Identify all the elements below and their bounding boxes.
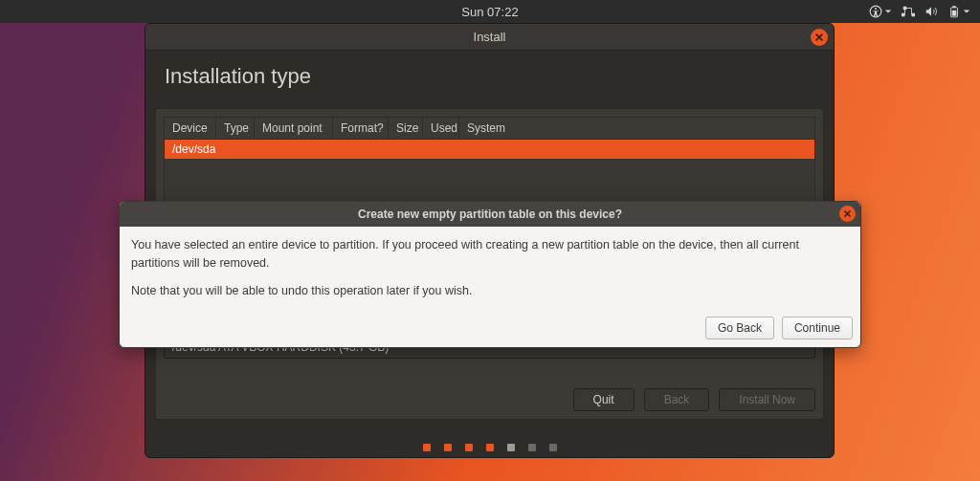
dialog-titlebar: Create new empty partition table on this… (120, 202, 860, 227)
step-dot (423, 444, 431, 451)
battery-icon[interactable] (947, 5, 970, 18)
col-mount[interactable]: Mount point (255, 118, 333, 139)
svg-point-1 (875, 8, 877, 10)
dialog-body: You have selected an entire device to pa… (120, 227, 860, 317)
go-back-button[interactable]: Go Back (705, 317, 774, 339)
step-dot (465, 444, 473, 451)
sound-icon[interactable] (924, 5, 938, 18)
step-dot (549, 444, 557, 451)
dialog-actions: Go Back Continue (120, 317, 860, 347)
svg-rect-7 (952, 6, 956, 8)
dialog-text-1: You have selected an entire device to pa… (131, 236, 849, 273)
col-device[interactable]: Device (165, 118, 216, 139)
step-dot (486, 444, 494, 451)
table-row[interactable]: /dev/sda (165, 140, 814, 159)
back-button[interactable]: Back (644, 388, 710, 411)
confirm-dialog: Create new empty partition table on this… (119, 201, 861, 348)
page-title: Installation type (165, 64, 814, 89)
continue-button[interactable]: Continue (782, 317, 853, 339)
clock: Sun 07:22 (461, 5, 518, 19)
top-panel: Sun 07:22 (0, 0, 980, 23)
window-title: Install (474, 30, 506, 44)
col-type[interactable]: Type (216, 118, 255, 139)
step-dot (528, 444, 536, 451)
step-dots (423, 444, 557, 451)
svg-rect-4 (912, 13, 916, 17)
step-dot (444, 444, 452, 451)
quit-button[interactable]: Quit (573, 388, 635, 411)
system-tray (869, 5, 970, 18)
dialog-close-button[interactable] (839, 206, 856, 222)
svg-rect-3 (902, 13, 905, 17)
install-now-button[interactable]: Install Now (719, 388, 815, 411)
col-format[interactable]: Format? (333, 118, 389, 139)
col-system[interactable]: System (459, 118, 814, 139)
svg-rect-8 (952, 11, 957, 16)
accessibility-icon[interactable] (869, 5, 892, 18)
step-dot (507, 444, 515, 451)
footer-actions: Quit Back Install Now (573, 388, 815, 411)
table-header: Device Type Mount point Format? Size Use… (165, 118, 814, 140)
dialog-text-2: Note that you will be able to undo this … (131, 282, 849, 300)
window-close-button[interactable] (811, 29, 828, 46)
network-icon[interactable] (902, 5, 915, 18)
col-size[interactable]: Size (389, 118, 423, 139)
dialog-title: Create new empty partition table on this… (358, 208, 622, 221)
window-titlebar: Install (145, 24, 834, 51)
col-used[interactable]: Used (423, 118, 459, 139)
